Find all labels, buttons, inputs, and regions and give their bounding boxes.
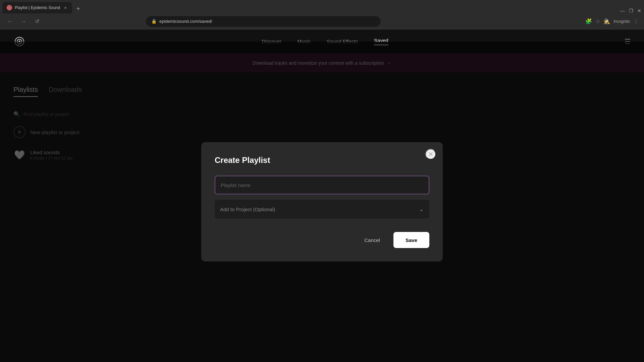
forward-button[interactable]: →: [19, 17, 28, 26]
profile-icon[interactable]: 🕵: [603, 18, 610, 24]
menu-icon[interactable]: ⋮: [633, 18, 639, 24]
create-playlist-modal: Create Playlist ✕ Add to Project (Option…: [201, 142, 443, 261]
maximize-button[interactable]: ❐: [629, 8, 633, 13]
address-bar: ← → ↺ 🔒 epidemicsound.com/saved/ 🧩 ☆ 🕵 I…: [0, 13, 644, 29]
add-to-project-label: Add to Project (Optional): [220, 206, 275, 212]
new-tab-button[interactable]: +: [73, 4, 83, 13]
url-bar[interactable]: 🔒 epidemicsound.com/saved/: [146, 16, 381, 27]
modal-overlay: Create Playlist ✕ Add to Project (Option…: [0, 42, 644, 362]
save-button[interactable]: Save: [393, 232, 429, 248]
browser-tab[interactable]: 🎵 Playlist | Epidemic Sound ✕: [3, 2, 72, 13]
bookmark-icon[interactable]: ☆: [595, 18, 600, 24]
add-to-project-dropdown[interactable]: Add to Project (Optional) ⌄: [215, 200, 429, 219]
toolbar-icons: 🧩 ☆ 🕵 Incognito ⋮: [585, 18, 639, 24]
back-button[interactable]: ←: [5, 17, 15, 26]
tab-close-button[interactable]: ✕: [63, 5, 68, 10]
lock-icon: 🔒: [151, 19, 157, 24]
extensions-icon[interactable]: 🧩: [585, 18, 592, 24]
modal-actions: Cancel Save: [215, 232, 429, 248]
playlist-name-input[interactable]: [215, 176, 429, 194]
tab-title: Playlist | Epidemic Sound: [15, 5, 60, 10]
chevron-down-icon: ⌄: [419, 205, 424, 213]
window-controls: — ❐ ✕: [620, 8, 641, 13]
cancel-button[interactable]: Cancel: [355, 232, 389, 248]
refresh-button[interactable]: ↺: [32, 17, 42, 26]
tab-favicon: 🎵: [7, 5, 12, 10]
tab-bar: 🎵 Playlist | Epidemic Sound ✕ + — ❐ ✕: [0, 0, 644, 13]
minimize-button[interactable]: —: [620, 8, 625, 13]
modal-close-button[interactable]: ✕: [425, 149, 436, 160]
browser-chrome: 🎵 Playlist | Epidemic Sound ✕ + — ❐ ✕ ← …: [0, 0, 644, 29]
incognito-label: Incognito: [613, 19, 630, 24]
close-button[interactable]: ✕: [637, 8, 641, 13]
url-text: epidemicsound.com/saved/: [159, 19, 212, 24]
modal-title: Create Playlist: [215, 156, 429, 165]
